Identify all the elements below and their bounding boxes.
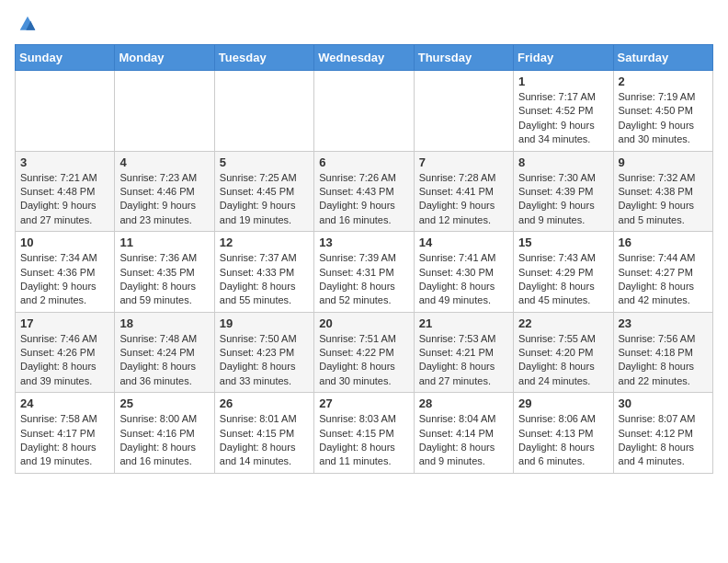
day-info: Sunrise: 7:56 AM Sunset: 4:18 PM Dayligh… xyxy=(619,332,708,389)
day-number: 5 xyxy=(220,155,309,169)
calendar-cell: 28Sunrise: 8:04 AM Sunset: 4:14 PM Dayli… xyxy=(414,393,513,474)
calendar-cell: 7Sunrise: 7:28 AM Sunset: 4:41 PM Daylig… xyxy=(414,151,513,232)
day-info: Sunrise: 7:46 AM Sunset: 4:26 PM Dayligh… xyxy=(20,332,109,389)
day-info: Sunrise: 7:37 AM Sunset: 4:33 PM Dayligh… xyxy=(220,251,309,308)
day-info: Sunrise: 7:50 AM Sunset: 4:23 PM Dayligh… xyxy=(220,332,309,389)
day-number: 10 xyxy=(20,236,109,249)
logo-icon xyxy=(18,15,37,33)
day-number: 18 xyxy=(119,316,209,330)
calendar-cell xyxy=(115,71,214,152)
calendar-cell: 1Sunrise: 7:17 AM Sunset: 4:52 PM Daylig… xyxy=(514,71,613,152)
calendar-table: SundayMondayTuesdayWednesdayThursdayFrid… xyxy=(15,44,713,474)
day-number: 8 xyxy=(518,155,608,169)
day-number: 1 xyxy=(518,75,608,88)
calendar-header-row: SundayMondayTuesdayWednesdayThursdayFrid… xyxy=(16,45,713,71)
day-number: 25 xyxy=(119,396,209,410)
calendar-cell: 9Sunrise: 7:32 AM Sunset: 4:38 PM Daylig… xyxy=(613,151,712,232)
header-friday: Friday xyxy=(514,45,613,71)
day-number: 17 xyxy=(20,316,109,330)
day-info: Sunrise: 8:06 AM Sunset: 4:13 PM Dayligh… xyxy=(518,412,608,469)
day-info: Sunrise: 7:19 AM Sunset: 4:50 PM Dayligh… xyxy=(619,90,708,147)
calendar-cell: 24Sunrise: 7:58 AM Sunset: 4:17 PM Dayli… xyxy=(16,393,115,474)
header-monday: Monday xyxy=(115,45,214,71)
day-number: 15 xyxy=(518,236,608,249)
calendar-week-row: 10Sunrise: 7:34 AM Sunset: 4:36 PM Dayli… xyxy=(16,232,713,313)
day-info: Sunrise: 7:39 AM Sunset: 4:31 PM Dayligh… xyxy=(319,251,408,308)
day-info: Sunrise: 7:34 AM Sunset: 4:36 PM Dayligh… xyxy=(20,251,109,308)
page-header xyxy=(15,15,713,33)
day-number: 7 xyxy=(419,155,508,169)
day-number: 3 xyxy=(20,155,109,169)
calendar-cell: 5Sunrise: 7:25 AM Sunset: 4:45 PM Daylig… xyxy=(214,151,313,232)
day-info: Sunrise: 7:58 AM Sunset: 4:17 PM Dayligh… xyxy=(20,412,109,469)
day-number: 30 xyxy=(619,396,708,410)
day-number: 23 xyxy=(619,316,708,330)
calendar-week-row: 1Sunrise: 7:17 AM Sunset: 4:52 PM Daylig… xyxy=(16,71,713,152)
day-number: 22 xyxy=(518,316,608,330)
day-info: Sunrise: 7:30 AM Sunset: 4:39 PM Dayligh… xyxy=(518,171,608,228)
day-number: 9 xyxy=(619,155,708,169)
logo xyxy=(15,15,37,33)
calendar-cell: 3Sunrise: 7:21 AM Sunset: 4:48 PM Daylig… xyxy=(16,151,115,232)
calendar-cell: 21Sunrise: 7:53 AM Sunset: 4:21 PM Dayli… xyxy=(414,312,513,393)
calendar-week-row: 24Sunrise: 7:58 AM Sunset: 4:17 PM Dayli… xyxy=(16,393,713,474)
day-number: 21 xyxy=(419,316,508,330)
day-number: 6 xyxy=(319,155,408,169)
day-info: Sunrise: 8:03 AM Sunset: 4:15 PM Dayligh… xyxy=(319,412,408,469)
calendar-cell xyxy=(214,71,313,152)
calendar-cell: 16Sunrise: 7:44 AM Sunset: 4:27 PM Dayli… xyxy=(613,232,712,313)
day-info: Sunrise: 7:48 AM Sunset: 4:24 PM Dayligh… xyxy=(119,332,209,389)
day-number: 16 xyxy=(619,236,708,249)
day-number: 2 xyxy=(619,75,708,88)
calendar-cell: 15Sunrise: 7:43 AM Sunset: 4:29 PM Dayli… xyxy=(514,232,613,313)
calendar-cell xyxy=(16,71,115,152)
day-number: 28 xyxy=(419,396,508,410)
header-tuesday: Tuesday xyxy=(214,45,313,71)
calendar-cell xyxy=(414,71,513,152)
day-number: 19 xyxy=(220,316,309,330)
calendar-cell: 18Sunrise: 7:48 AM Sunset: 4:24 PM Dayli… xyxy=(115,312,214,393)
calendar-week-row: 17Sunrise: 7:46 AM Sunset: 4:26 PM Dayli… xyxy=(16,312,713,393)
calendar-cell: 14Sunrise: 7:41 AM Sunset: 4:30 PM Dayli… xyxy=(414,232,513,313)
header-saturday: Saturday xyxy=(613,45,712,71)
day-number: 20 xyxy=(319,316,408,330)
day-number: 29 xyxy=(518,396,608,410)
day-info: Sunrise: 8:07 AM Sunset: 4:12 PM Dayligh… xyxy=(619,412,708,469)
calendar-cell: 23Sunrise: 7:56 AM Sunset: 4:18 PM Dayli… xyxy=(613,312,712,393)
day-info: Sunrise: 7:32 AM Sunset: 4:38 PM Dayligh… xyxy=(619,171,708,228)
day-info: Sunrise: 7:21 AM Sunset: 4:48 PM Dayligh… xyxy=(20,171,109,228)
calendar-cell: 11Sunrise: 7:36 AM Sunset: 4:35 PM Dayli… xyxy=(115,232,214,313)
calendar-cell: 13Sunrise: 7:39 AM Sunset: 4:31 PM Dayli… xyxy=(314,232,414,313)
calendar-cell: 12Sunrise: 7:37 AM Sunset: 4:33 PM Dayli… xyxy=(214,232,313,313)
day-info: Sunrise: 7:53 AM Sunset: 4:21 PM Dayligh… xyxy=(419,332,508,389)
day-info: Sunrise: 7:55 AM Sunset: 4:20 PM Dayligh… xyxy=(518,332,608,389)
day-info: Sunrise: 7:25 AM Sunset: 4:45 PM Dayligh… xyxy=(220,171,309,228)
calendar-cell: 10Sunrise: 7:34 AM Sunset: 4:36 PM Dayli… xyxy=(16,232,115,313)
calendar-cell: 29Sunrise: 8:06 AM Sunset: 4:13 PM Dayli… xyxy=(514,393,613,474)
calendar-cell: 8Sunrise: 7:30 AM Sunset: 4:39 PM Daylig… xyxy=(514,151,613,232)
day-number: 24 xyxy=(20,396,109,410)
day-info: Sunrise: 7:44 AM Sunset: 4:27 PM Dayligh… xyxy=(619,251,708,308)
calendar-cell: 20Sunrise: 7:51 AM Sunset: 4:22 PM Dayli… xyxy=(314,312,414,393)
calendar-cell: 25Sunrise: 8:00 AM Sunset: 4:16 PM Dayli… xyxy=(115,393,214,474)
day-info: Sunrise: 7:23 AM Sunset: 4:46 PM Dayligh… xyxy=(119,171,209,228)
day-info: Sunrise: 7:36 AM Sunset: 4:35 PM Dayligh… xyxy=(119,251,209,308)
day-info: Sunrise: 7:43 AM Sunset: 4:29 PM Dayligh… xyxy=(518,251,608,308)
day-info: Sunrise: 7:28 AM Sunset: 4:41 PM Dayligh… xyxy=(419,171,508,228)
day-info: Sunrise: 8:01 AM Sunset: 4:15 PM Dayligh… xyxy=(220,412,309,469)
day-info: Sunrise: 7:26 AM Sunset: 4:43 PM Dayligh… xyxy=(319,171,408,228)
calendar-cell: 2Sunrise: 7:19 AM Sunset: 4:50 PM Daylig… xyxy=(613,71,712,152)
calendar-cell xyxy=(314,71,414,152)
calendar-cell: 17Sunrise: 7:46 AM Sunset: 4:26 PM Dayli… xyxy=(16,312,115,393)
day-number: 13 xyxy=(319,236,408,249)
calendar-cell: 27Sunrise: 8:03 AM Sunset: 4:15 PM Dayli… xyxy=(314,393,414,474)
day-number: 27 xyxy=(319,396,408,410)
calendar-cell: 19Sunrise: 7:50 AM Sunset: 4:23 PM Dayli… xyxy=(214,312,313,393)
calendar-cell: 26Sunrise: 8:01 AM Sunset: 4:15 PM Dayli… xyxy=(214,393,313,474)
day-info: Sunrise: 7:51 AM Sunset: 4:22 PM Dayligh… xyxy=(319,332,408,389)
day-number: 4 xyxy=(119,155,209,169)
calendar-cell: 22Sunrise: 7:55 AM Sunset: 4:20 PM Dayli… xyxy=(514,312,613,393)
calendar-cell: 30Sunrise: 8:07 AM Sunset: 4:12 PM Dayli… xyxy=(613,393,712,474)
day-info: Sunrise: 7:17 AM Sunset: 4:52 PM Dayligh… xyxy=(518,90,608,147)
header-thursday: Thursday xyxy=(414,45,513,71)
